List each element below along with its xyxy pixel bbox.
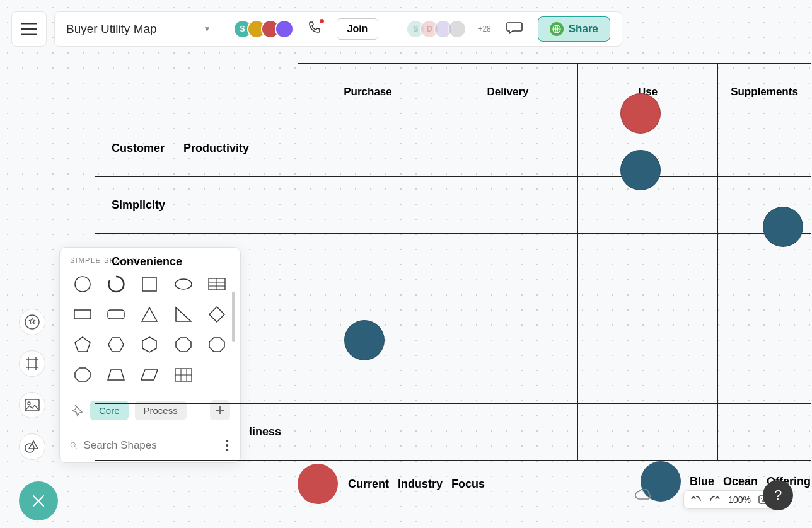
- col-header: Purchase: [298, 64, 438, 120]
- row-label: liness: [95, 404, 298, 461]
- cell[interactable]: [718, 290, 811, 347]
- cloud-icon: [634, 489, 652, 502]
- cell[interactable]: [298, 120, 438, 177]
- undo-button[interactable]: [690, 495, 702, 505]
- hamburger-icon: [21, 23, 37, 35]
- viewer-avatars[interactable]: S D: [406, 20, 467, 38]
- dot-blue-ocean[interactable]: [344, 320, 385, 360]
- zoom-level[interactable]: 100%: [728, 495, 751, 505]
- cell[interactable]: [718, 404, 811, 461]
- avatar[interactable]: [275, 20, 294, 38]
- join-button[interactable]: Join: [337, 18, 379, 40]
- avatar[interactable]: [448, 20, 467, 38]
- row-label: [95, 347, 298, 404]
- cell[interactable]: [298, 234, 438, 290]
- cell[interactable]: [438, 177, 578, 234]
- document-title[interactable]: Buyer Utility Map: [66, 22, 195, 36]
- cell[interactable]: [578, 404, 718, 461]
- legend-current: CurrentIndustryFocus: [298, 464, 494, 504]
- undo-icon: [690, 495, 702, 505]
- shape-rectangle[interactable]: [70, 303, 95, 326]
- cell[interactable]: [438, 234, 578, 290]
- dot-current-focus[interactable]: [620, 93, 661, 134]
- menu-button[interactable]: [11, 11, 47, 47]
- close-icon: [32, 494, 45, 508]
- cell[interactable]: [438, 347, 578, 404]
- star-circle-icon: [24, 314, 40, 330]
- legend-text: CurrentIndustryFocus: [348, 478, 494, 491]
- cell[interactable]: [718, 347, 811, 404]
- question-mark-icon: ?: [774, 487, 782, 503]
- row-label: CustomerProductivity: [95, 120, 298, 177]
- frame-icon: [24, 355, 40, 372]
- cell[interactable]: [298, 177, 438, 234]
- separator: [224, 19, 224, 39]
- shape-octagon-3[interactable]: [70, 364, 95, 386]
- shape-pentagon[interactable]: [70, 333, 95, 356]
- sync-status[interactable]: [634, 489, 652, 504]
- cell[interactable]: [298, 404, 438, 461]
- call-indicator-dot: [320, 19, 324, 23]
- cell[interactable]: [578, 290, 718, 347]
- row-label: Convenience: [95, 234, 298, 290]
- frame-tool[interactable]: [19, 350, 45, 377]
- cell[interactable]: [438, 404, 578, 461]
- image-icon: [24, 398, 40, 412]
- row-label: Simplicity: [95, 177, 298, 234]
- help-button[interactable]: ?: [763, 480, 793, 510]
- overflow-count[interactable]: +28: [478, 25, 490, 33]
- cell[interactable]: [718, 120, 811, 177]
- title-dropdown-icon[interactable]: ▼: [204, 25, 211, 33]
- legend-text: BlueOceanOffering: [690, 475, 812, 488]
- dot-blue-ocean[interactable]: [620, 150, 661, 190]
- svg-point-1: [25, 315, 39, 329]
- speech-bubble-icon: [506, 21, 523, 35]
- cell[interactable]: [578, 234, 718, 290]
- dot-blue-ocean[interactable]: [763, 207, 803, 247]
- svg-rect-9: [74, 310, 91, 319]
- pin-icon[interactable]: [70, 403, 84, 417]
- search-icon: [70, 439, 78, 452]
- redo-icon: [709, 495, 721, 505]
- cell[interactable]: [718, 234, 811, 290]
- row-label: [95, 290, 298, 347]
- svg-point-3: [28, 402, 30, 405]
- close-panel-button[interactable]: [19, 481, 58, 520]
- shapes-tool[interactable]: [19, 433, 45, 460]
- cell[interactable]: [438, 290, 578, 347]
- col-header: Supplements: [718, 64, 811, 120]
- image-tool[interactable]: [19, 392, 45, 418]
- svg-rect-2: [25, 399, 39, 411]
- shape-circle[interactable]: [70, 273, 95, 296]
- cell[interactable]: [578, 347, 718, 404]
- globe-icon: [550, 22, 564, 36]
- active-collaborators[interactable]: S: [233, 20, 294, 38]
- call-button[interactable]: [308, 20, 323, 38]
- top-bar: Buyer Utility Map ▼ S Join S D +28: [11, 11, 622, 47]
- legend-dot-red: [298, 464, 338, 504]
- share-button[interactable]: Share: [538, 16, 610, 42]
- buyer-utility-table[interactable]: Purchase Delivery Use Supplements Custom…: [95, 63, 811, 461]
- templates-tool[interactable]: [19, 309, 45, 335]
- comment-button[interactable]: [506, 21, 523, 37]
- shapes-icon: [24, 439, 40, 455]
- col-header: Delivery: [438, 64, 578, 120]
- side-toolbar: [19, 309, 58, 520]
- redo-button[interactable]: [709, 495, 721, 505]
- cell[interactable]: [438, 120, 578, 177]
- title-bar: Buyer Utility Map ▼ S Join S D +28: [54, 11, 622, 47]
- svg-point-12: [71, 442, 75, 447]
- svg-point-5: [75, 277, 90, 292]
- share-label: Share: [569, 23, 598, 35]
